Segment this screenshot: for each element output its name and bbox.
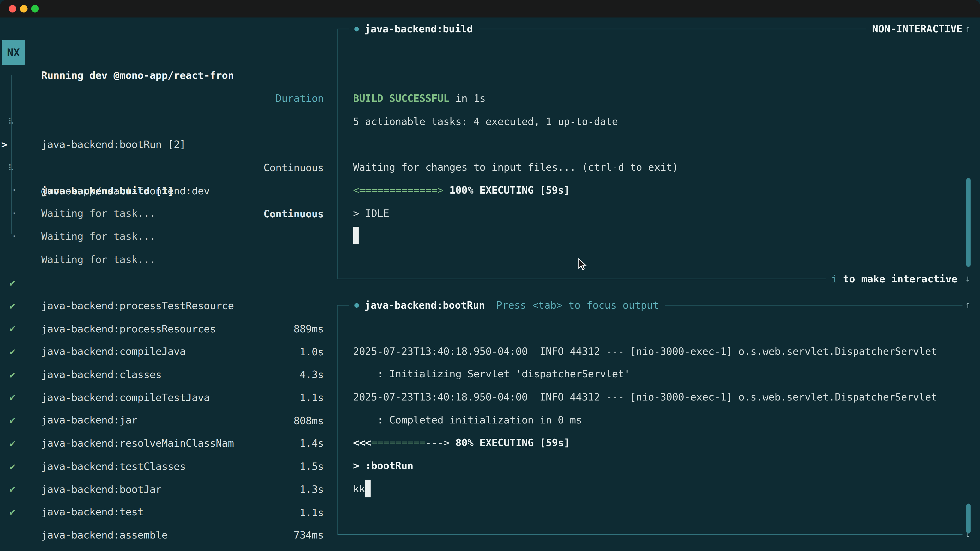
terminal-cursor (353, 227, 359, 245)
progress-suffix: ---> (425, 437, 449, 449)
mouse-cursor (578, 258, 587, 270)
build-panel-header: ● java-backend:build NON-INTERACTIVE (337, 17, 963, 41)
log-line: : Completed initialization in 0 ms (353, 409, 582, 432)
tasks-summary-line: 5 actionable tasks: 4 executed, 1 up-to-… (353, 110, 618, 133)
border-line (337, 279, 825, 279)
scrollbar-thumb[interactable] (966, 503, 970, 534)
close-button[interactable] (9, 5, 16, 13)
border-line (665, 305, 963, 305)
titlebar (0, 0, 980, 17)
task-bullet-icon: ● (355, 294, 359, 317)
border-segment (337, 29, 348, 29)
stdin-input-line[interactable]: kk (353, 477, 365, 500)
gradle-progress-line: <=============> 100% EXECUTING [59s] (353, 179, 570, 202)
border-line (479, 29, 866, 29)
interactive-hint-text: to make interactive (837, 267, 958, 291)
build-panel-footer: i to make interactive (337, 267, 963, 291)
mode-label: NON-INTERACTIVE (872, 17, 963, 41)
scroll-down-icon[interactable]: ↓ (965, 267, 970, 291)
scroll-up-icon[interactable]: ↑ (965, 294, 970, 317)
bootrun-panel-title: java-backend:bootRun (364, 294, 485, 317)
terminal-window: NX Running dev @mono-app/react-fron Dura… (0, 0, 980, 551)
scroll-up-icon[interactable]: ↑ (965, 17, 970, 41)
progress-status: 80% EXECUTING [59s] (449, 437, 570, 449)
build-success-line: BUILD SUCCESSFUL in 1s (353, 87, 486, 110)
log-line: 2025-07-23T13:40:18.950-04:00 INFO 44312… (353, 340, 937, 363)
gradle-progress-line: <<<=========---> 80% EXECUTING [59s] (353, 431, 570, 454)
log-line: 2025-07-23T13:40:18.950-04:00 INFO 44312… (353, 386, 937, 409)
minimize-button[interactable] (20, 5, 27, 13)
idle-line: > IDLE (353, 202, 390, 225)
build-time-text: in 1s (449, 92, 486, 104)
terminal-cursor (365, 480, 371, 497)
progress-bar: <=============> (353, 184, 444, 196)
waiting-for-changes-line: Waiting for changes to input files... (c… (353, 156, 678, 179)
bootrun-panel-border (337, 305, 338, 534)
bootrun-panel-footer (337, 523, 963, 546)
output-panes: ● java-backend:build NON-INTERACTIVE ↑ B… (0, 17, 980, 551)
bootrun-panel-header: ● java-backend:bootRun Press <tab> to fo… (337, 294, 963, 317)
build-panel-border (337, 29, 338, 279)
scrollbar-thumb[interactable] (966, 178, 970, 267)
zoom-button[interactable] (31, 5, 38, 13)
task-bullet-icon: ● (355, 17, 359, 41)
border-line (337, 534, 963, 535)
log-line: : Initializing Servlet 'dispatcherServle… (353, 362, 630, 386)
interactive-hint-key: i (831, 267, 837, 291)
progress-status: 100% EXECUTING [59s] (444, 184, 570, 196)
command-line: > :bootRun (353, 454, 414, 477)
progress-prefix: <<< (353, 437, 371, 449)
build-success-text: BUILD SUCCESSFUL (353, 92, 449, 104)
border-segment (337, 305, 348, 305)
build-panel-title: java-backend:build (364, 17, 473, 41)
progress-bar: ========= (371, 437, 425, 449)
focus-hint: Press <tab> to focus output (496, 294, 659, 317)
